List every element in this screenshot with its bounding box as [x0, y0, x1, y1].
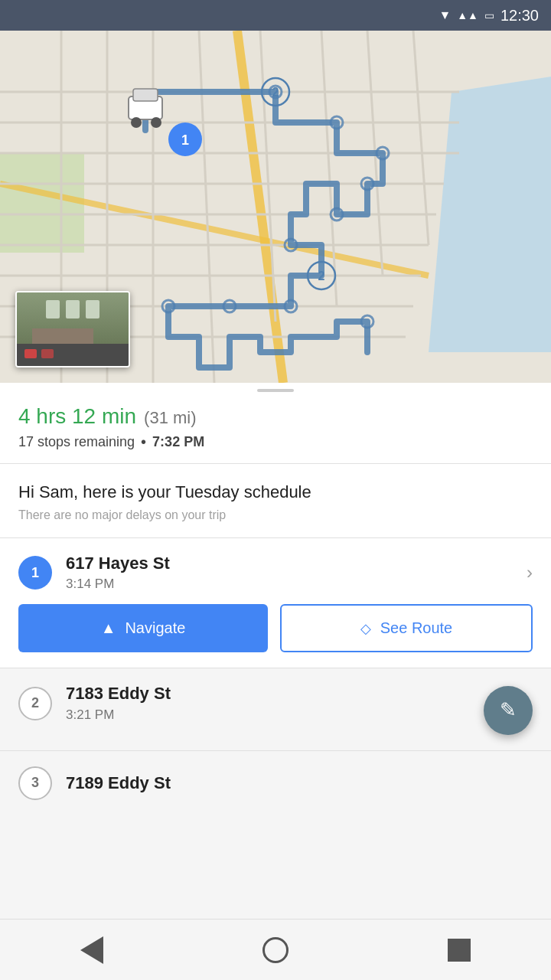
distance-label: (31 mi)	[144, 408, 196, 428]
stop-time-1: 3:14 PM	[66, 577, 513, 592]
schedule-greeting: Hi Sam, here is your Tuesday schedule	[18, 482, 533, 502]
drag-handle[interactable]	[0, 383, 551, 395]
stop-badge-1: 1	[18, 556, 52, 590]
stop-chevron-1[interactable]: ›	[527, 562, 533, 583]
stop-time-2: 3:21 PM	[66, 707, 533, 723]
wifi-icon: ▼	[439, 8, 451, 22]
stop-nav-button[interactable]	[436, 927, 482, 973]
stop-address-3: 7189 Eddy St	[66, 773, 533, 793]
schedule-delay-status: There are no major delays on your trip	[18, 508, 533, 522]
stop-address-2: 7183 Eddy St	[66, 684, 533, 704]
time-info-section: 4 hrs 12 min (31 mi) 17 stops remaining …	[0, 395, 551, 464]
navigation-bar	[0, 919, 551, 980]
stop-icon	[448, 939, 471, 962]
status-time: 12:30	[500, 7, 539, 24]
action-buttons-1: ▲ Navigate ◇ See Route	[18, 604, 533, 652]
edit-fab-button[interactable]: ✎	[484, 686, 533, 735]
edit-icon: ✎	[500, 698, 517, 722]
battery-icon: ▭	[484, 9, 494, 21]
back-nav-button[interactable]	[69, 927, 115, 973]
status-icons: ▼ ▲▲ ▭ 12:30	[439, 7, 539, 24]
svg-point-38	[131, 117, 142, 128]
stop-item-2: 2 7183 Eddy St 3:21 PM ✎	[0, 668, 551, 750]
svg-text:2: 2	[318, 270, 325, 283]
stop-info-2: 7183 Eddy St 3:21 PM	[66, 684, 533, 722]
separator-dot: •	[141, 433, 146, 451]
home-nav-button[interactable]	[253, 927, 298, 973]
stop-info-1: 617 Hayes St 3:14 PM	[66, 554, 513, 592]
stop-badge-2: 2	[18, 687, 52, 720]
signal-icon: ▲▲	[457, 9, 478, 21]
see-route-button[interactable]: ◇ See Route	[280, 604, 533, 652]
bottom-panel: 4 hrs 12 min (31 mi) 17 stops remaining …	[0, 383, 551, 800]
svg-text:2: 2	[272, 86, 279, 99]
svg-rect-37	[133, 89, 158, 101]
street-photo-thumbnail[interactable]	[15, 291, 130, 368]
route-icon: ◇	[360, 620, 371, 637]
eta-label: 7:32 PM	[152, 434, 204, 450]
stop-item-3-preview: 3 7189 Eddy St	[0, 751, 551, 800]
schedule-section: Hi Sam, here is your Tuesday schedule Th…	[0, 464, 551, 538]
stop-info-3: 7189 Eddy St	[66, 773, 533, 793]
svg-text:1: 1	[181, 132, 189, 148]
navigate-icon: ▲	[101, 619, 116, 637]
duration-label: 4 hrs 12 min	[18, 404, 136, 429]
fab-container: ✎	[484, 686, 533, 735]
stop-item-1: 1 617 Hayes St 3:14 PM › ▲ Navigate ◇ Se…	[0, 538, 551, 668]
svg-rect-2	[0, 153, 84, 253]
home-icon	[262, 937, 289, 963]
map-view[interactable]: 2 2 1	[0, 31, 551, 383]
status-bar: ▼ ▲▲ ▭ 12:30	[0, 0, 551, 31]
stops-remaining-label: 17 stops remaining	[18, 434, 135, 450]
svg-point-39	[151, 117, 161, 128]
stop-address-1: 617 Hayes St	[66, 554, 513, 573]
back-icon	[80, 936, 103, 964]
navigate-button[interactable]: ▲ Navigate	[18, 604, 268, 652]
stop-badge-3: 3	[18, 766, 52, 800]
